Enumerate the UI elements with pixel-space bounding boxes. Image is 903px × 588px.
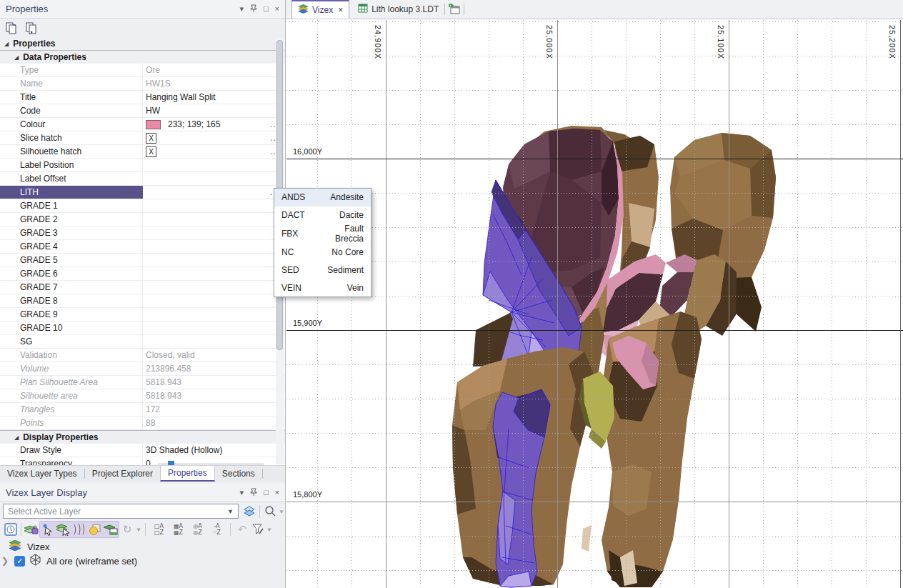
pin-icon[interactable] <box>250 4 257 14</box>
filter-edit-icon[interactable] <box>250 522 266 537</box>
tree-root-vizex[interactable]: Vizex <box>0 539 285 554</box>
hatch-checkbox[interactable]: X <box>146 146 156 157</box>
property-row[interactable]: GRADE 10 <box>0 322 285 335</box>
property-row[interactable]: Volume213896.458 <box>0 362 285 376</box>
sort-button-0[interactable]: □A□Z <box>149 522 169 537</box>
tree-root-properties[interactable]: ◢ Properties <box>0 37 285 50</box>
chevron-down-icon[interactable]: ▼ <box>136 527 141 533</box>
search-icon[interactable] <box>264 504 276 519</box>
property-value: 233; 139; 165 <box>168 119 220 129</box>
layer-checkbox[interactable]: ✓ <box>14 556 25 567</box>
property-row[interactable]: Label Position▼ <box>0 159 285 172</box>
property-row[interactable]: Colour233; 139; 165... <box>0 118 285 131</box>
color-swatch[interactable] <box>146 120 161 129</box>
property-row[interactable]: GRADE 2 <box>0 213 285 226</box>
property-row[interactable]: NameHW1S <box>0 77 285 91</box>
property-label: Draw Style <box>20 445 61 455</box>
3d-model-canvas[interactable]: 24,900X25,000X25,100X25,200X16,000Y15,90… <box>286 19 903 588</box>
select-cursor-icon[interactable] <box>40 522 56 537</box>
display-settings-icon[interactable] <box>3 522 19 537</box>
property-row[interactable]: GRADE 6 <box>0 267 285 281</box>
properties-panel-header: Properties ▾ □ × <box>0 0 285 19</box>
copy-icon[interactable] <box>4 21 19 36</box>
tab-lith-lookup[interactable]: Lith lookup 3.LDT <box>352 0 444 19</box>
property-row[interactable]: Label Offset <box>0 172 285 186</box>
property-label: Label Offset <box>20 174 66 184</box>
panel-tab-vizex-layer-types[interactable]: Vizex Layer Types <box>0 466 84 482</box>
property-row[interactable]: LITH... <box>0 186 285 199</box>
property-row[interactable]: Silhouette area5818.943 <box>0 389 285 403</box>
panel-tab-project-explorer[interactable]: Project Explorer <box>85 466 160 482</box>
maximize-icon[interactable]: □ <box>264 489 269 497</box>
close-tab-icon[interactable]: × <box>338 5 343 15</box>
collapse-triangle-icon[interactable]: ◢ <box>14 54 19 61</box>
lith-option-nc[interactable]: NCNo Core <box>274 244 371 261</box>
panel-tab-properties[interactable]: Properties <box>160 466 215 482</box>
dropdown-icon[interactable]: ▾ <box>239 5 244 13</box>
property-row[interactable]: GRADE 9 <box>0 308 285 322</box>
property-label: Volume <box>20 364 49 374</box>
property-row[interactable]: GRADE 5 <box>0 254 285 267</box>
property-row[interactable]: Points88 <box>0 417 285 430</box>
chevron-down-icon[interactable]: ▼ <box>227 508 234 515</box>
property-row[interactable]: CodeHW <box>0 104 285 118</box>
lith-option-sed[interactable]: SEDSediment <box>274 261 371 279</box>
chevron-down-icon[interactable]: ▼ <box>279 509 284 515</box>
property-label: Type <box>20 65 39 75</box>
property-value: 88 <box>146 418 155 428</box>
property-row[interactable]: TypeOre <box>0 64 285 77</box>
active-layer-lock-icon[interactable] <box>24 522 39 537</box>
property-label: GRADE 7 <box>20 282 58 292</box>
section-header[interactable]: ◢Data Properties <box>0 50 285 64</box>
property-row[interactable]: GRADE 7 <box>0 281 285 294</box>
dropdown-icon[interactable]: ▾ <box>239 489 244 497</box>
property-row[interactable]: Triangles172 <box>0 403 285 417</box>
chevron-down-icon[interactable]: ▼ <box>266 527 272 533</box>
undo-icon[interactable]: ↶ <box>234 522 250 537</box>
property-row[interactable]: Plan Silhouette Area5818.943 <box>0 376 285 389</box>
property-row[interactable]: GRADE 3 <box>0 226 285 240</box>
lith-option-fbx[interactable]: FBXFault Breccia <box>274 224 371 244</box>
new-window-icon[interactable] <box>445 0 464 19</box>
maximize-icon[interactable]: □ <box>264 5 269 13</box>
pin-icon[interactable] <box>250 488 257 498</box>
tab-vizex[interactable]: Vizex × <box>291 0 349 19</box>
property-label: GRADE 9 <box>20 309 58 319</box>
copy-special-icon[interactable] <box>24 21 39 36</box>
close-icon[interactable]: × <box>275 489 279 497</box>
property-row[interactable]: ValidationClosed, valid <box>0 349 285 362</box>
property-row[interactable]: Silhouette hatchX... <box>0 145 285 159</box>
active-layer-combo[interactable] <box>3 504 239 519</box>
panel-tab-sections[interactable]: Sections <box>215 466 262 482</box>
panel-title: Vizex Layer Display <box>0 487 239 498</box>
sort-button-1[interactable]: ▦A▦Z <box>169 522 188 537</box>
close-icon[interactable]: × <box>275 5 279 13</box>
lith-option-dact[interactable]: DACTDacite <box>274 206 371 224</box>
collapse-triangle-icon[interactable]: ◢ <box>14 434 19 441</box>
property-row[interactable]: Draw Style3D Shaded (Hollow)▼ <box>0 444 285 457</box>
property-row[interactable]: Transparency0 <box>0 457 285 465</box>
layers-icon[interactable] <box>241 504 257 519</box>
collapse-triangle-icon[interactable]: ◢ <box>4 41 9 47</box>
property-label: Validation <box>20 350 57 360</box>
select-layers-cursor-icon[interactable] <box>56 522 71 537</box>
refresh-icon[interactable]: ↻ <box>119 522 135 537</box>
sort-button-3[interactable]: -A··Z <box>207 522 226 537</box>
section-header[interactable]: ◢Display Properties <box>0 430 285 444</box>
property-row[interactable]: SG <box>0 335 285 349</box>
lith-option-ands[interactable]: ANDSAndesite <box>274 189 371 206</box>
sort-button-2[interactable]: ◎A◎Z <box>188 522 207 537</box>
hatch-checkbox[interactable]: X <box>146 133 156 144</box>
y-axis-tick: 15,900Y <box>293 319 322 327</box>
layer-item-all-ore[interactable]: ❯ ✓ All ore (wireframe set) <box>0 554 285 568</box>
property-row[interactable]: GRADE 8 <box>0 294 285 308</box>
fan-view-icon[interactable] <box>71 522 87 537</box>
property-row[interactable]: GRADE 1 <box>0 199 285 213</box>
property-row[interactable]: GRADE 4 <box>0 240 285 254</box>
property-row[interactable]: Slice hatchX... <box>0 131 285 145</box>
layer-window-icon[interactable] <box>103 522 119 537</box>
overlap-shapes-icon[interactable] <box>87 522 103 537</box>
property-row[interactable]: TitleHanging Wall Split <box>0 91 285 104</box>
chevron-right-icon[interactable]: ❯ <box>0 556 10 566</box>
lith-option-vein[interactable]: VEINVein <box>274 279 371 297</box>
